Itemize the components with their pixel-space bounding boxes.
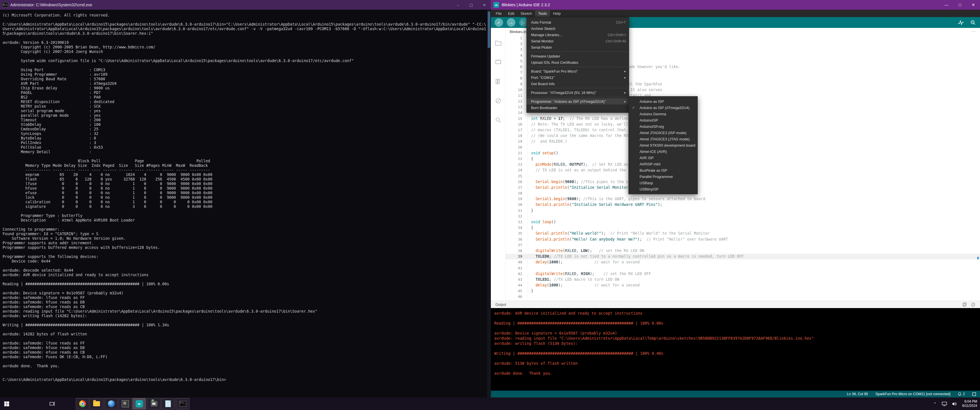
code-line-42[interactable]: 42 digitalWrite(RXLED, HIGH); // set the… [506, 271, 980, 277]
programmer-option[interactable]: Parallel Programmer [629, 173, 697, 180]
cmd-close-button[interactable]: ✕ [478, 3, 491, 7]
notifications-badge[interactable]: 2 [958, 392, 965, 396]
programmer-option[interactable]: Arduino Gemma [629, 111, 697, 117]
ide-close-button[interactable]: ✕ [967, 0, 980, 10]
programmer-option[interactable]: Atmel JTAGICE3 (JTAG mode) [629, 136, 697, 142]
panel-layout-icon[interactable] [972, 393, 976, 396]
programmer-option[interactable]: AVRISP mkII [629, 161, 697, 167]
programmer-option[interactable]: Atmel JTAGICE3 (ISP mode) [629, 130, 697, 136]
code-line-43[interactable]: 43 TXLED1; //TX LED macro to turn LED ON [506, 277, 980, 283]
tools-menu-item[interactable]: Burn Bootloader [527, 105, 629, 111]
tools-menu-item[interactable]: Port: "COM11"▸ [527, 74, 629, 81]
tools-menu-item[interactable]: Serial MonitorCtrl+Shift+M [527, 38, 629, 44]
tools-menu-item[interactable]: Programmer: "Arduino as ISP (ATmega32U4)… [527, 98, 629, 105]
code-line-24[interactable]: 24 // TX LED is set as an output behind … [506, 167, 980, 173]
code-line-29[interactable]: 29 Serial1.begin(9600); //This is the UA… [506, 196, 980, 202]
code-line-20[interactable]: 20 [506, 145, 980, 150]
cmd-titlebar[interactable]: C:\ Administrator: C:\Windows\System32\c… [0, 0, 491, 10]
ide-minimize-button[interactable]: — [940, 0, 953, 10]
taskbar-device-tool[interactable] [119, 398, 132, 410]
code-line-19[interactable]: 19// and RXLED0.) [506, 139, 980, 145]
tools-menu-item[interactable]: Archive Sketch [527, 25, 629, 32]
tab-options-button[interactable]: ⋯ [971, 29, 976, 34]
task-view-button[interactable] [47, 397, 58, 410]
taskbar-machine-app[interactable] [147, 398, 161, 410]
tools-menu-item[interactable]: Serial Plotter [527, 44, 629, 51]
clear-output-icon[interactable] [971, 302, 975, 307]
output-console[interactable]: avrdude: AVR device initialized and read… [491, 308, 980, 391]
code-line-38[interactable]: 38 digitalWrite(RXLED, LOW); // set the … [506, 248, 980, 254]
taskbar-chrome[interactable] [76, 398, 89, 410]
cmd-maximize-button[interactable]: ▢ [465, 3, 478, 7]
cmd-output-text[interactable]: (c) Microsoft Corporation. All rights re… [0, 10, 486, 382]
tools-menu-item[interactable]: Auto FormatCtrl+T [527, 19, 629, 25]
programmer-option[interactable]: Arduino as ISP [629, 98, 697, 105]
programmer-option[interactable]: Atmel STK500 development board [629, 142, 697, 148]
cursor-position[interactable]: Ln 39, Col 95 [847, 392, 868, 396]
taskbar-arduino-ide[interactable]: ∞ [132, 398, 146, 410]
search-icon[interactable] [495, 117, 502, 124]
menu-file[interactable]: File [493, 10, 505, 17]
code-line-40[interactable]: 40 delay(1000); // wait for a second [506, 259, 980, 265]
code-line-26[interactable]: 26 Serial.begin(9600); //This pipes to t… [506, 179, 980, 185]
code-line-37[interactable]: 37 [506, 242, 980, 248]
programmer-option[interactable]: USBasp [629, 180, 697, 186]
menu-help[interactable]: Help [550, 10, 564, 17]
code-line-22[interactable]: 22{ [506, 156, 980, 162]
menu-sketch[interactable]: Sketch [517, 10, 535, 17]
cmd-scrollbar-thumb[interactable] [488, 11, 490, 48]
code-line-39[interactable]: 39 TXLED0; //TX LED is not tied to a nor… [506, 254, 980, 259]
code-line-31[interactable]: 31} [506, 208, 980, 213]
board-port-status[interactable]: SparkFun Pro Micro on COM11 [not connect… [875, 392, 950, 396]
tools-menu-item[interactable]: Processor: "ATmega32U4 (5V, 16 MHz)"▸ [527, 89, 629, 96]
taskbar-file-explorer[interactable] [90, 398, 103, 410]
code-line-34[interactable]: 34{ [506, 225, 980, 230]
menu-edit[interactable]: Edit [505, 10, 517, 17]
code-line-33[interactable]: 33void loop() [506, 219, 980, 225]
debug-sidebar-icon[interactable] [495, 97, 502, 104]
code-line-16[interactable]: 16// Note: The TX LED was not so lucky, … [506, 122, 980, 127]
code-line-25[interactable]: 25 [506, 173, 980, 179]
code-line-35[interactable]: 35 Serial.println("Hello world!"); // Pr… [506, 230, 980, 236]
code-line-18[interactable]: 18// (We could use the same macros for t… [506, 133, 980, 139]
code-line-15[interactable]: 15int RXLED = 17; // The RX LED has a de… [506, 116, 980, 122]
code-line-30[interactable]: 30 Serial1.println("Initialize Serial Ha… [506, 202, 980, 208]
tools-menu-item[interactable]: Upload SSL Root Certificates [527, 59, 629, 65]
tools-menu-item[interactable]: Get Board Info [527, 81, 629, 87]
programmer-option[interactable]: AVR ISP [629, 154, 697, 161]
code-line-17[interactable]: 17// macros (TXLED1, TXLED0) to control … [506, 127, 980, 133]
ide-titlebar[interactable]: ∞ Blinkies | Arduino IDE 2.3.2 — □ ✕ [491, 0, 980, 10]
start-button[interactable] [0, 397, 13, 410]
boards-manager-icon[interactable] [495, 59, 502, 65]
cmd-scrollbar[interactable] [487, 10, 491, 397]
taskbar-browser-globe[interactable] [105, 398, 118, 410]
copy-output-icon[interactable] [963, 302, 967, 307]
code-line-46[interactable]: 46 [506, 294, 980, 300]
taskbar-cmd[interactable]: C:\_ [176, 398, 189, 410]
serial-monitor-icon[interactable] [970, 20, 976, 25]
menu-tools[interactable]: Tools [535, 10, 550, 17]
volume-icon[interactable] [952, 402, 957, 406]
network-icon[interactable] [942, 402, 947, 406]
sketchbook-folder-icon[interactable] [495, 39, 502, 46]
tray-chevron-icon[interactable]: ⌃ [934, 402, 937, 406]
ide-maximize-button[interactable]: □ [953, 0, 967, 10]
programmer-option[interactable]: USBtinyISP [629, 186, 697, 192]
programmer-option[interactable]: Atmel-ICE (AVR) [629, 148, 697, 154]
upload-button[interactable]: → [507, 18, 515, 27]
programmer-option[interactable]: BusPirate as ISP [629, 167, 697, 173]
taskbar-clock[interactable]: 6:04 PM 6/11/2024 [963, 399, 977, 408]
tools-menu-item[interactable]: Manage Libraries...Ctrl+Shift+I [527, 32, 629, 38]
code-line-21[interactable]: 21void setup() [506, 150, 980, 156]
taskbar-notepad[interactable] [161, 398, 175, 410]
code-line-41[interactable]: 41 [506, 265, 980, 271]
code-line-36[interactable]: 36 Serial1.println("Hello! Can anybody h… [506, 237, 980, 242]
code-line-27[interactable]: 27 Serial.println("Initialize Serial Mon… [506, 185, 980, 191]
code-line-28[interactable]: 28 [506, 191, 980, 196]
code-line-44[interactable]: 44 delay(1000); // wait for a second [506, 283, 980, 288]
cmd-minimize-button[interactable]: – [452, 3, 465, 7]
programmer-option[interactable]: ✓Arduino as ISP (ATmega32U4) [629, 105, 697, 111]
tools-menu-item[interactable]: Firmware Updater [527, 53, 629, 59]
code-line-23[interactable]: 23 pinMode(RXLED, OUTPUT); // Set RX LED… [506, 162, 980, 167]
programmer-option[interactable]: ArduinoISP [629, 117, 697, 123]
